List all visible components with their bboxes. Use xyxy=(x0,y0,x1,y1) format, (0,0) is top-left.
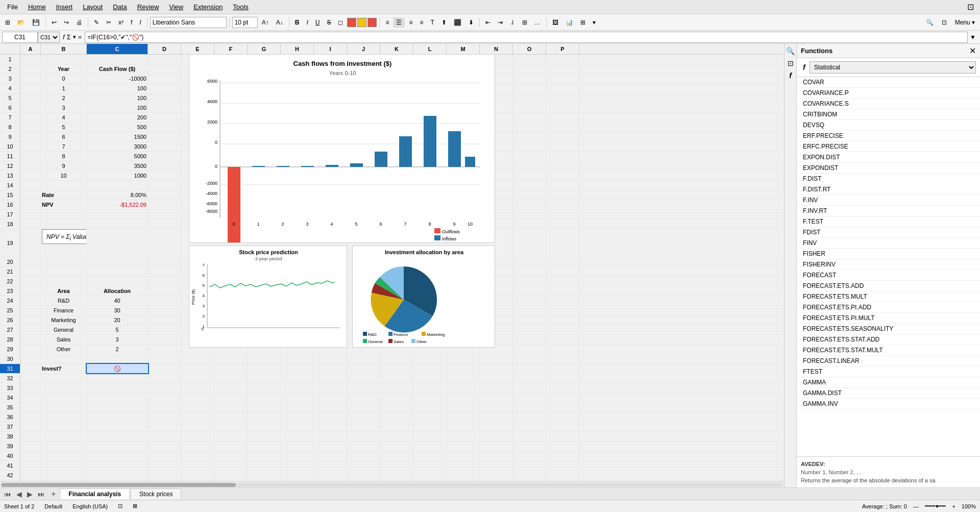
cell-A27[interactable] xyxy=(20,325,41,334)
cell-D42[interactable] xyxy=(148,471,181,480)
cell-col16-6[interactable] xyxy=(546,103,579,112)
cell-col6-41[interactable] xyxy=(214,461,248,470)
row-number-40[interactable]: 40 xyxy=(0,451,20,460)
cell-col16-21[interactable] xyxy=(546,267,579,276)
cell-col14-42[interactable] xyxy=(480,471,513,480)
cell-B26[interactable]: Marketing xyxy=(41,315,87,325)
cell-B21[interactable] xyxy=(41,267,87,276)
cell-D4[interactable] xyxy=(148,84,181,93)
cell-col12-37[interactable] xyxy=(413,422,447,431)
cell-col10-39[interactable] xyxy=(347,442,380,451)
cell-C21[interactable] xyxy=(87,267,148,276)
cell-col14-33[interactable] xyxy=(480,383,513,393)
border-color-btn[interactable] xyxy=(368,18,377,27)
cell-col9-40[interactable] xyxy=(314,451,347,460)
cell-C6[interactable]: 100 xyxy=(87,103,148,112)
cell-col16-17[interactable] xyxy=(546,210,579,219)
cell-C18[interactable] xyxy=(87,220,148,229)
cell-col6-31[interactable] xyxy=(214,364,248,373)
font-shrink[interactable]: A↓ xyxy=(273,17,286,28)
cell-col7-42[interactable] xyxy=(248,471,281,480)
cell-B8[interactable]: 5 xyxy=(41,123,87,132)
cell-A19[interactable] xyxy=(20,229,41,257)
cell-D35[interactable] xyxy=(148,403,181,412)
cell-C20[interactable] xyxy=(87,257,148,266)
cell-E32[interactable] xyxy=(181,374,214,383)
cell-col11-41[interactable] xyxy=(380,461,413,470)
horizontal-scrollbar[interactable] xyxy=(0,481,784,487)
cell-col15-18[interactable] xyxy=(513,220,546,229)
cell-col9-32[interactable] xyxy=(314,374,347,383)
cell-col9-41[interactable] xyxy=(314,461,347,470)
border-color[interactable]: ◻ xyxy=(335,17,346,28)
cell-A41[interactable] xyxy=(20,461,41,470)
col-header-c[interactable]: C xyxy=(87,44,148,54)
function-icon[interactable]: f xyxy=(63,33,65,41)
cell-col7-36[interactable] xyxy=(248,412,281,422)
cell-col15-9[interactable] xyxy=(513,132,546,141)
cell-col8-37[interactable] xyxy=(281,422,314,431)
cell-D22[interactable] xyxy=(148,277,181,286)
col-header-n[interactable]: N xyxy=(480,44,513,54)
indent-left[interactable]: ⇤ xyxy=(482,17,494,28)
cell-A7[interactable] xyxy=(20,113,41,122)
cell-C31[interactable]: 🚫 xyxy=(87,364,148,373)
row-number-29[interactable]: 29 xyxy=(0,345,20,354)
cell-D23[interactable] xyxy=(148,286,181,296)
cell-col10-30[interactable] xyxy=(347,354,380,363)
fn-item-f-dist[interactable]: F.DIST xyxy=(797,174,980,184)
valign-top[interactable]: ⬆ xyxy=(438,17,450,28)
bold-btn[interactable]: B xyxy=(292,17,303,28)
formula-input[interactable]: =IF(C16>0,"✔","🚫") xyxy=(85,32,968,43)
align-center[interactable]: ☰ xyxy=(393,17,405,28)
col-header-h[interactable]: H xyxy=(281,44,314,54)
image-btn[interactable]: 🖼 xyxy=(549,17,561,28)
cell-col8-42[interactable] xyxy=(281,471,314,480)
fn-item-forecast-ets-mult[interactable]: FORECAST.ETS.MULT xyxy=(797,291,980,302)
cell-C25[interactable]: 30 xyxy=(87,306,148,315)
table-btn[interactable]: ⊞ xyxy=(577,17,589,28)
cell-C8[interactable]: 500 xyxy=(87,123,148,132)
menu-layout[interactable]: Layout xyxy=(78,1,108,13)
cell-col16-41[interactable] xyxy=(546,461,579,470)
cell-D32[interactable] xyxy=(148,374,181,383)
cell-A33[interactable] xyxy=(20,383,41,393)
cell-col15-21[interactable] xyxy=(513,267,546,276)
cell-col13-37[interactable] xyxy=(447,422,480,431)
fn-item-f-dist-rt[interactable]: F.DIST.RT xyxy=(797,184,980,195)
fn-item-erf-precise[interactable]: ERF.PRECISE xyxy=(797,131,980,141)
cell-C30[interactable] xyxy=(87,354,148,363)
cell-col13-40[interactable] xyxy=(447,451,480,460)
cell-col15-17[interactable] xyxy=(513,210,546,219)
cell-C42[interactable] xyxy=(87,471,148,480)
fn-item-fisherinv[interactable]: FISHERINV xyxy=(797,259,980,270)
fn-item-critbinom[interactable]: CRITBINOM xyxy=(797,109,980,120)
cell-D26[interactable] xyxy=(148,315,181,325)
cell-E40[interactable] xyxy=(181,451,214,460)
cell-col9-39[interactable] xyxy=(314,442,347,451)
cell-B9[interactable]: 6 xyxy=(41,132,87,141)
fn-item-ftest[interactable]: FTEST xyxy=(797,367,980,377)
cell-col15-10[interactable] xyxy=(513,142,546,151)
cell-A32[interactable] xyxy=(20,374,41,383)
cell-A21[interactable] xyxy=(20,267,41,276)
cell-col10-41[interactable] xyxy=(347,461,380,470)
row-number-37[interactable]: 37 xyxy=(0,422,20,431)
cell-C36[interactable] xyxy=(87,412,148,422)
sidebar-btn[interactable]: ⊡ xyxy=(939,17,950,28)
cell-A10[interactable] xyxy=(20,142,41,151)
row-number-18[interactable]: 18 xyxy=(0,220,20,229)
cell-D1[interactable] xyxy=(148,55,181,64)
row-number-31[interactable]: 31 xyxy=(0,364,20,373)
font-grow[interactable]: A↑ xyxy=(259,17,272,28)
cell-col16-4[interactable] xyxy=(546,84,579,93)
cell-C11[interactable]: 5000 xyxy=(87,152,148,161)
cell-C3[interactable]: -10000 xyxy=(87,74,148,83)
cell-col15-28[interactable] xyxy=(513,335,546,344)
col-header-d[interactable]: D xyxy=(148,44,181,54)
cell-E37[interactable] xyxy=(181,422,214,431)
justify[interactable]: ≡ xyxy=(416,17,426,28)
cut-btn[interactable]: ✂ xyxy=(103,17,114,28)
cell-col15-7[interactable] xyxy=(513,113,546,122)
cell-col11-32[interactable] xyxy=(380,374,413,383)
